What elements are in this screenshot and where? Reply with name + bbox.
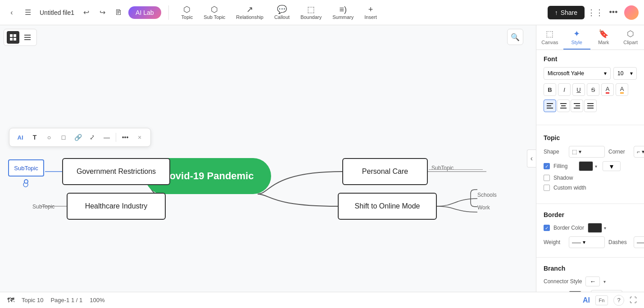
tab-canvas[interactable]: ⬚ Canvas — [536, 25, 563, 50]
subtopic-line-1 — [429, 169, 483, 170]
align-left-button[interactable] — [544, 100, 556, 112]
svg-rect-2 — [10, 38, 13, 41]
weight-row: Weight —— ▾ Dashes —— ▾ — [544, 236, 637, 248]
help-button[interactable]: ? — [613, 295, 624, 306]
connector-style-label: Connector Style — [544, 278, 582, 285]
underline-button[interactable]: U — [572, 83, 585, 96]
clipart-tab-icon: ⬡ — [627, 29, 634, 39]
topic-label: Topic 10 — [22, 297, 43, 303]
more-button[interactable]: ••• — [606, 5, 621, 20]
border-color-checkbox[interactable]: ✓ — [544, 225, 550, 231]
font-family-arrow: ▾ — [604, 70, 607, 77]
tab-clipart[interactable]: ⬡ Clipart — [617, 25, 644, 50]
tool-callout[interactable]: 💬 Callout — [269, 4, 295, 22]
font-family-select[interactable]: Microsoft YaHe ▾ — [544, 67, 611, 80]
tool-insert[interactable]: + Insert — [359, 4, 382, 22]
align-right-button[interactable] — [571, 100, 583, 112]
font-size-select[interactable]: 10 ▾ — [613, 67, 637, 80]
connector-style-preview[interactable]: ← — [585, 276, 600, 286]
weight-label: Weight — [544, 239, 565, 245]
grid-view-button[interactable] — [7, 31, 19, 44]
search-button[interactable]: 🔍 — [507, 29, 523, 45]
tool-boundary[interactable]: ⬚ Boundary — [295, 4, 327, 22]
font-controls: Microsoft YaHe ▾ 10 ▾ — [544, 67, 637, 80]
ai-lab-button[interactable]: AI Lab — [128, 6, 161, 19]
tab-style[interactable]: ✦ Style — [563, 25, 590, 50]
tool-subtopic[interactable]: ⬡ Sub Topic — [198, 4, 231, 22]
border-color-swatch[interactable] — [588, 223, 602, 233]
list-view-button[interactable] — [21, 31, 34, 44]
fn-button[interactable]: Fn — [595, 295, 608, 305]
highlight-button[interactable]: A — [616, 83, 628, 96]
shape-controls: Shape ⬚ ▾ Corner ⌐ ▾ — [544, 146, 637, 158]
selected-subtopic-node[interactable]: SubTopic — [8, 159, 44, 177]
border-section-title: Border — [544, 211, 637, 218]
float-close-button[interactable]: × — [133, 131, 146, 144]
weight-line-preview: —— — [572, 240, 581, 245]
svg-rect-5 — [24, 37, 31, 38]
svg-rect-20 — [587, 103, 594, 104]
filling-secondary-swatch[interactable]: ▾ — [603, 161, 621, 171]
toolbar-tools: ⬡ Topic ⬡ Sub Topic ↗ Relationship 💬 Cal… — [176, 4, 382, 22]
filling-color-arrow[interactable]: ▾ — [595, 164, 597, 169]
connector-style-arrow[interactable]: ▾ — [603, 279, 606, 284]
personal-care-node[interactable]: Personal Care — [342, 158, 428, 185]
svg-rect-0 — [10, 34, 13, 37]
style-tab-label: Style — [571, 40, 582, 45]
font-size-arrow: ▾ — [630, 70, 633, 77]
tool-topic-label: Topic — [181, 14, 193, 20]
undo-button[interactable]: ↩ — [80, 6, 92, 19]
bold-button[interactable]: B — [544, 83, 556, 96]
share-button[interactable]: ↑ Share — [548, 6, 585, 19]
bottom-bar-right: AI Fn ? ⛶ — [583, 295, 637, 306]
float-more-button[interactable]: ••• — [119, 131, 132, 144]
tool-subtopic-label: Sub Topic — [204, 14, 225, 20]
filling-color-swatch[interactable] — [579, 161, 593, 171]
shape-select[interactable]: ⬚ ▾ — [569, 146, 605, 158]
italic-button[interactable]: I — [558, 83, 571, 96]
shadow-checkbox[interactable] — [544, 175, 550, 181]
tool-topic[interactable]: ⬡ Topic — [176, 4, 199, 22]
corner-select[interactable]: ⌐ ▾ — [634, 146, 644, 158]
fullscreen-button[interactable]: ⛶ — [630, 296, 637, 304]
dashes-select[interactable]: —— ▾ — [634, 236, 644, 248]
corner-label: Corner — [608, 149, 630, 155]
tab-mark[interactable]: 🔖 Mark — [590, 25, 617, 50]
float-text-button[interactable]: T — [28, 131, 41, 144]
weight-select[interactable]: —— ▾ — [569, 236, 605, 248]
redo-button[interactable]: ↪ — [96, 6, 109, 19]
align-justify-button[interactable] — [584, 100, 597, 112]
border-section: Border ✓ Border Color ▾ Weight —— ▾ Dash… — [536, 208, 644, 254]
tool-boundary-label: Boundary — [300, 14, 322, 20]
align-center-button[interactable] — [557, 100, 570, 112]
svg-rect-6 — [24, 39, 31, 40]
gov-restrictions-node[interactable]: Government Restrictions — [62, 158, 170, 185]
border-color-label: Border Color — [553, 225, 584, 231]
float-line-button[interactable]: — — [100, 131, 113, 144]
font-color-button[interactable]: A — [601, 83, 614, 96]
svg-rect-13 — [547, 108, 553, 109]
save-button[interactable]: 🖹 — [112, 6, 125, 19]
tool-summary[interactable]: ≡) Summary — [327, 4, 359, 22]
float-ai-button[interactable]: AI — [14, 131, 27, 144]
mark-tab-icon: 🔖 — [599, 29, 608, 39]
float-branch-button[interactable]: ⤦ — [86, 131, 99, 144]
clipart-tab-label: Clipart — [623, 40, 638, 45]
healthcare-node[interactable]: Healthcare Industry — [67, 193, 166, 220]
panel-toggle-button[interactable]: ‹ — [527, 149, 536, 168]
tool-relationship[interactable]: ↗ Relationship — [231, 4, 269, 22]
zoom-level: 100% — [90, 297, 104, 303]
grid-button[interactable]: ⋮⋮ — [588, 5, 603, 20]
border-color-arrow[interactable]: ▾ — [604, 226, 606, 231]
custom-width-checkbox[interactable] — [544, 185, 550, 191]
strikethrough-button[interactable]: S — [587, 83, 599, 96]
canvas-area[interactable]: 🔍 ‹ AI T ○ □ 🔗 ⤦ — ••• × — [0, 25, 536, 292]
filling-checkbox[interactable]: ✓ — [544, 163, 550, 169]
back-button[interactable]: ‹ — [5, 6, 18, 19]
online-mode-node[interactable]: Shift to Online Mode — [338, 193, 437, 220]
float-circle-button[interactable]: ○ — [43, 131, 55, 144]
float-link-button[interactable]: 🔗 — [72, 131, 84, 144]
float-square-button[interactable]: □ — [57, 131, 70, 144]
menu-button[interactable]: ☰ — [22, 6, 34, 19]
main-area: 🔍 ‹ AI T ○ □ 🔗 ⤦ — ••• × — [0, 25, 644, 292]
